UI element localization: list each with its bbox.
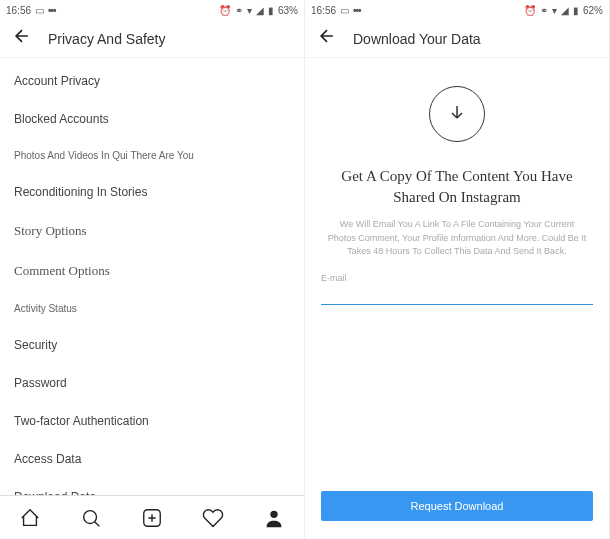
email-input[interactable] [321, 285, 593, 305]
status-time: 16:56 [311, 5, 336, 16]
battery-percent: 63% [278, 5, 298, 16]
menu-story-options[interactable]: Story Options [0, 211, 304, 251]
menu-account-privacy[interactable]: Account Privacy [0, 62, 304, 100]
status-window-icon: ▭ [35, 5, 44, 16]
download-content: Get A Copy Of The Content You Have Share… [305, 58, 609, 491]
phone-right: 16:56 ▭ ••• ⏰ ⚭ ▾ ◢ ▮ 62% Download Your … [305, 0, 610, 539]
svg-point-2 [270, 510, 277, 517]
download-title: Get A Copy Of The Content You Have Share… [321, 166, 593, 208]
battery-percent: 62% [583, 5, 603, 16]
nav-search-icon[interactable] [80, 507, 102, 529]
bottom-nav [0, 495, 304, 539]
menu-activity-status[interactable]: Activity Status [0, 291, 304, 326]
nav-profile-icon[interactable] [263, 507, 285, 529]
status-time: 16:56 [6, 5, 31, 16]
nav-home-icon[interactable] [19, 507, 41, 529]
header-right: Download Your Data [305, 20, 609, 58]
menu-blocked-accounts[interactable]: Blocked Accounts [0, 100, 304, 138]
back-button[interactable] [12, 26, 32, 51]
settings-menu: Account Privacy Blocked Accounts Photos … [0, 58, 304, 495]
menu-photos-videos[interactable]: Photos And Videos In Qui There Are You [0, 138, 304, 173]
svg-point-0 [84, 510, 97, 523]
page-title: Download Your Data [353, 31, 481, 47]
menu-download-data[interactable]: Download Data [0, 478, 304, 495]
alarm-icon: ⏰ [524, 5, 536, 16]
phone-left: 16:56 ▭ ••• ⏰ ⚭ ▾ ◢ ▮ 63% Privacy And Sa… [0, 0, 305, 539]
menu-access-data[interactable]: Access Data [0, 440, 304, 478]
header-left: Privacy And Safety [0, 20, 304, 58]
page-title: Privacy And Safety [48, 31, 166, 47]
status-bar-right: 16:56 ▭ ••• ⏰ ⚭ ▾ ◢ ▮ 62% [305, 0, 609, 20]
battery-icon: ▮ [268, 5, 274, 16]
signal-icon: ◢ [561, 5, 569, 16]
battery-icon: ▮ [573, 5, 579, 16]
menu-two-factor[interactable]: Two-factor Authentication [0, 402, 304, 440]
nav-add-icon[interactable] [141, 507, 163, 529]
menu-comment-options[interactable]: Comment Options [0, 251, 304, 291]
request-download-button[interactable]: Request Download [321, 491, 593, 521]
menu-password[interactable]: Password [0, 364, 304, 402]
back-button[interactable] [317, 26, 337, 51]
menu-reconditioning-stories[interactable]: Reconditioning In Stories [0, 173, 304, 211]
email-label: E-mail [321, 273, 347, 283]
download-description: We Will Email You A Link To A File Conta… [321, 218, 593, 259]
status-bar-left: 16:56 ▭ ••• ⏰ ⚭ ▾ ◢ ▮ 63% [0, 0, 304, 20]
alarm-icon: ⏰ [219, 5, 231, 16]
wifi-icon: ▾ [552, 5, 557, 16]
menu-security[interactable]: Security [0, 326, 304, 364]
request-button-label: Request Download [411, 500, 504, 512]
status-window-icon: ▭ [340, 5, 349, 16]
link-icon: ⚭ [540, 5, 548, 16]
wifi-icon: ▾ [247, 5, 252, 16]
nav-heart-icon[interactable] [202, 507, 224, 529]
status-more-icon: ••• [353, 5, 361, 16]
status-more-icon: ••• [48, 5, 56, 16]
signal-icon: ◢ [256, 5, 264, 16]
download-icon [429, 86, 485, 142]
link-icon: ⚭ [235, 5, 243, 16]
